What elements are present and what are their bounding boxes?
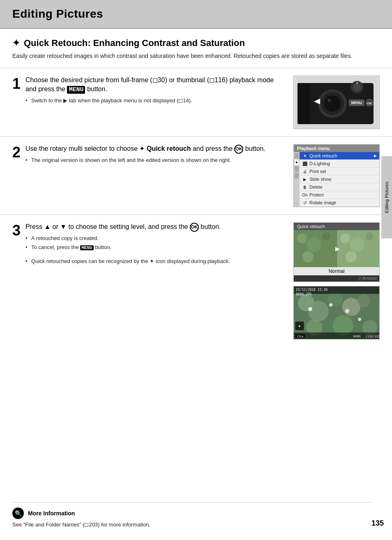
- step-2-main-text: Use the rotary multi selector to choose …: [25, 144, 285, 154]
- d-lighting-label: D-Lighting: [309, 161, 330, 166]
- playback-sidebar-tabs: ▶: [294, 152, 300, 207]
- svg-point-22: [340, 233, 350, 243]
- section-description: Easily create retouched images in which …: [12, 52, 380, 65]
- sidebar-tab-2: ▶: [295, 159, 299, 165]
- step-3-extra-bullet-1: Quick retouched copies can be recognized…: [25, 257, 285, 265]
- step-2-number: 2: [12, 145, 21, 160]
- svg-point-24: [365, 232, 374, 240]
- ok-button-icon-2: OK: [234, 145, 243, 154]
- quick-retouch-menu-icon: ✦: [302, 154, 308, 158]
- quick-retouch-arrow: ▶: [374, 154, 377, 158]
- step-3-text-block: Press ▲ or ▼ to choose the setting level…: [25, 222, 285, 266]
- step-3-extra-bullets: Quick retouched copies can be recognized…: [25, 257, 285, 265]
- menu-item-slide-show[interactable]: ▶ Slide show: [300, 175, 379, 183]
- menu-item-print-set[interactable]: 🖨 Print set: [300, 168, 379, 175]
- step-1-row: 1 Choose the desired picture from full-f…: [0, 68, 392, 137]
- step-1-right: MENU OK: [293, 76, 380, 129]
- main-content: ✦ Quick Retouch: Enhancing Contrast and …: [0, 29, 392, 347]
- quick-retouch-preview-title: Quick retouch: [294, 223, 379, 230]
- playback-menu-title: Playback menu: [294, 145, 379, 152]
- playback-menu-sidebar: ▶ ✦ Quick retouch ▶ ⬛ D-Lighting: [294, 152, 379, 207]
- section-title-area: ✦ Quick Retouch: Enhancing Contrast and …: [0, 29, 392, 68]
- menu-label-1: MENU: [67, 86, 85, 94]
- step-1-bullet-1: Switch to the ▶ tab when the playback me…: [25, 97, 285, 105]
- step-1-bullets: Switch to the ▶ tab when the playback me…: [25, 97, 285, 105]
- svg-point-20: [316, 248, 329, 261]
- before-svg: [294, 230, 337, 267]
- step-1-left: 1 Choose the desired picture from full-f…: [12, 76, 285, 129]
- svg-text:[132/132]: [132/132]: [366, 335, 380, 338]
- svg-rect-2: [297, 83, 310, 124]
- svg-text:MENU: MENU: [351, 101, 362, 105]
- delete-label: Delete: [309, 185, 323, 189]
- quick-retouch-preview: Quick retouch ▶: [293, 222, 380, 282]
- protect-label: Protect: [309, 192, 324, 197]
- svg-point-18: [322, 232, 330, 240]
- section-heading: Quick Retouch: Enhancing Contrast and Sa…: [24, 38, 245, 48]
- retouch-before-image: ▶: [294, 230, 337, 267]
- step-2-bullet-1: The original version is shown on the lef…: [25, 156, 285, 164]
- delete-icon: 🗑: [302, 185, 308, 189]
- playback-menu-screenshot: Playback menu ▶ ✦ Quick retouch ▶: [293, 144, 380, 207]
- rotate-icon: ↺: [302, 201, 308, 205]
- step-3-bullets: A retouched copy is created. To cancel, …: [25, 234, 285, 252]
- svg-point-5: [324, 95, 341, 112]
- svg-text:OK: OK: [367, 102, 372, 105]
- step-1-text-block: Choose the desired picture from full-fra…: [25, 76, 285, 106]
- svg-point-29: [308, 301, 329, 321]
- sidebar-tab-4: [295, 173, 299, 178]
- svg-point-26: [359, 248, 372, 261]
- slide-show-icon: ▶: [302, 177, 308, 182]
- svg-point-6: [327, 99, 331, 102]
- step-1-number-text: 1 Choose the desired picture from full-f…: [12, 76, 285, 106]
- menu-item-protect[interactable]: On Protect: [300, 191, 379, 199]
- page-title: Editing Pictures: [12, 7, 380, 21]
- menu-item-delete[interactable]: 🗑 Delete: [300, 183, 379, 191]
- retouch-after-image: [337, 230, 380, 267]
- step-3-left: 3 Press ▲ or ▼ to choose the setting lev…: [12, 222, 285, 339]
- ok-button-icon-3: OK: [190, 223, 199, 232]
- svg-point-36: [308, 307, 312, 311]
- step-3-right: Quick retouch ▶: [293, 222, 380, 339]
- page-number: 135: [371, 519, 384, 528]
- d-lighting-icon: ⬛: [302, 162, 308, 166]
- quick-retouch-normal-bar: Normal: [294, 267, 379, 275]
- rotate-label: Rotate image: [309, 200, 336, 205]
- svg-point-38: [345, 309, 349, 313]
- page-footer: 🔍 More Information See "File and Folder …: [12, 502, 371, 528]
- step-3-main-text: Press ▲ or ▼ to choose the setting level…: [25, 222, 285, 232]
- camera-svg: MENU OK: [295, 77, 378, 128]
- menu-item-rotate[interactable]: ↺ Rotate image: [300, 199, 379, 207]
- step-2-text-block: Use the rotary multi selector to choose …: [25, 144, 285, 165]
- step-2-bullets: The original version is shown on the lef…: [25, 156, 285, 164]
- step-3-number: 3: [12, 223, 21, 238]
- sidebar-tab-1: [295, 153, 299, 159]
- more-information-section: 🔍 More Information: [12, 508, 371, 519]
- amount-label: Amount: [363, 276, 377, 281]
- sidebar-vertical-label: Editing Pictures: [384, 182, 389, 213]
- sidebar-tab-3: [295, 166, 299, 172]
- svg-point-19: [302, 251, 314, 263]
- step-3-bullet-1: A retouched copy is created.: [25, 234, 285, 242]
- print-set-label: Print set: [309, 169, 326, 174]
- quick-retouch-amount: ◻ Amount: [294, 275, 379, 282]
- step-3-extra: Quick retouched copies can be recognized…: [25, 257, 285, 265]
- svg-point-32: [357, 294, 370, 307]
- page-header: Editing Pictures: [0, 0, 392, 29]
- svg-point-37: [329, 303, 332, 307]
- step-1-main-text: Choose the desired picture from full-fra…: [25, 76, 285, 94]
- step-2-row: 2 Use the rotary multi selector to choos…: [0, 137, 392, 215]
- playback-menu-items: ✦ Quick retouch ▶ ⬛ D-Lighting 🖨 Print s…: [300, 152, 379, 207]
- step-2-left: 2 Use the rotary multi selector to choos…: [12, 144, 285, 207]
- editing-pictures-sidebar: Editing Pictures: [381, 156, 392, 238]
- menu-item-quick-retouch[interactable]: ✦ Quick retouch ▶: [300, 152, 379, 160]
- quick-retouch-icon: ✦: [12, 38, 20, 48]
- svg-text:✦: ✦: [298, 324, 301, 328]
- svg-text:OK●: OK●: [297, 335, 303, 338]
- after-svg: [337, 230, 380, 267]
- footer-see-text: See "File and Folder Names" (◻203) for m…: [12, 522, 371, 528]
- photo-playback-screenshot: 15/11/2010 15:30 0004.JPG ✦ OK● NORM [13…: [293, 286, 380, 339]
- svg-text:0004.JPG: 0004.JPG: [296, 293, 312, 296]
- step-3-bullet-2: To cancel, press the MENU button.: [25, 243, 285, 252]
- menu-item-d-lighting[interactable]: ⬛ D-Lighting: [300, 160, 379, 168]
